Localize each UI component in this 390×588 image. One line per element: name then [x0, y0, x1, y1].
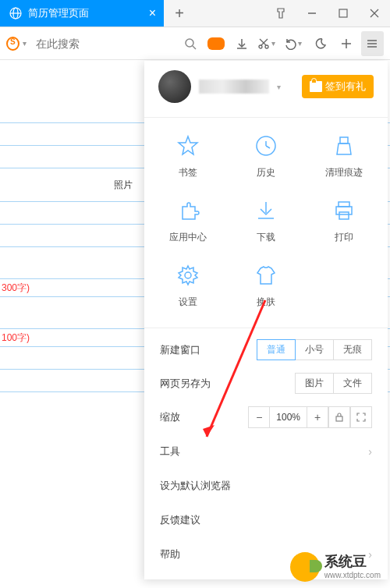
- save-as-label: 网页另存为: [160, 377, 222, 391]
- svg-point-30: [185, 272, 191, 278]
- maximize-button[interactable]: [328, 0, 359, 27]
- zoom-row: 缩放 − 100% +: [144, 400, 388, 434]
- settings-label: 设置: [179, 296, 197, 309]
- skin-label: 换肤: [257, 296, 275, 309]
- history-label: 历史: [257, 166, 275, 179]
- svg-rect-29: [339, 212, 349, 219]
- svg-line-23: [266, 146, 270, 148]
- lock-icon[interactable]: [328, 406, 350, 428]
- zoom-out-button[interactable]: −: [248, 406, 270, 428]
- watermark-url: www.xtdptc.com: [324, 571, 381, 580]
- minimize-button[interactable]: [296, 0, 328, 27]
- checkin-button[interactable]: 签到有礼: [302, 75, 374, 98]
- zoom-value: 100%: [270, 406, 307, 428]
- globe-icon: [9, 7, 22, 19]
- new-window-label: 新建窗口: [160, 343, 222, 357]
- menu-grid: 书签 历史 清理痕迹 应用中心 下载 打印 设置 换肤: [144, 122, 388, 313]
- svg-point-12: [265, 45, 268, 48]
- menu-print[interactable]: 打印: [305, 198, 383, 244]
- search-icon[interactable]: [179, 31, 201, 56]
- feedback-item[interactable]: 反馈建议: [144, 503, 388, 537]
- note-100: 100字): [2, 331, 30, 345]
- download-icon: [254, 198, 278, 223]
- star-icon: [176, 133, 200, 158]
- svg-rect-24: [340, 137, 348, 143]
- chevron-down-icon: ▾: [298, 39, 302, 48]
- photo-label: 照片: [114, 177, 133, 193]
- note-300: 300字): [2, 282, 30, 295]
- appcenter-label: 应用中心: [169, 231, 207, 244]
- zoom-label: 缩放: [160, 410, 222, 424]
- tab-close-button[interactable]: ×: [149, 6, 156, 20]
- clear-label: 清理痕迹: [325, 166, 363, 179]
- zoom-in-button[interactable]: +: [307, 406, 328, 428]
- brush-icon: [332, 133, 356, 158]
- tshirt-icon: [254, 263, 278, 288]
- feedback-label: 反馈建议: [160, 513, 200, 527]
- chevron-down-icon: ▾: [271, 39, 275, 48]
- menu-history[interactable]: 历史: [227, 133, 305, 179]
- menu-download[interactable]: 下载: [227, 198, 305, 244]
- save-as-row: 网页另存为 图片 文件: [144, 367, 388, 400]
- svg-rect-31: [336, 416, 342, 421]
- scissors-icon[interactable]: ▾: [257, 31, 279, 56]
- dropdown-arrow-icon[interactable]: ▾: [23, 39, 27, 48]
- window-controls: [265, 0, 390, 27]
- new-tab-button[interactable]: +: [164, 0, 195, 27]
- download-icon[interactable]: [231, 31, 254, 56]
- watermark-logo: [290, 552, 320, 582]
- print-label: 打印: [335, 231, 353, 244]
- menu-bookmarks[interactable]: 书签: [149, 133, 227, 179]
- chevron-right-icon: ›: [368, 445, 372, 458]
- svg-line-8: [193, 46, 196, 49]
- watermark: 系统豆 www.xtdptc.com: [290, 552, 381, 582]
- window-small-button[interactable]: 小号: [296, 339, 334, 360]
- default-browser-item[interactable]: 设为默认浏览器: [144, 469, 388, 503]
- default-browser-label: 设为默认浏览器: [160, 479, 231, 493]
- clock-icon: [254, 133, 278, 158]
- window-incognito-button[interactable]: 无痕: [334, 339, 372, 360]
- help-label: 帮助: [160, 547, 180, 561]
- window-normal-button[interactable]: 普通: [257, 339, 296, 360]
- user-row[interactable]: ▾ 签到有礼: [144, 61, 388, 112]
- printer-icon: [332, 198, 356, 223]
- download-label: 下载: [257, 231, 275, 244]
- puzzle-icon: [176, 198, 200, 223]
- toolbar: ▾ ▾ ▾: [0, 27, 390, 60]
- tab-bar: 简历管理页面 × +: [0, 0, 390, 27]
- add-icon[interactable]: [335, 31, 357, 56]
- bookmarks-label: 书签: [179, 166, 197, 179]
- brand-icon[interactable]: [6, 37, 20, 51]
- night-mode-icon[interactable]: [309, 31, 332, 56]
- menu-skin[interactable]: 换肤: [227, 263, 305, 309]
- undo-icon[interactable]: ▾: [282, 31, 305, 56]
- save-image-button[interactable]: 图片: [295, 373, 334, 394]
- new-window-row: 新建窗口 普通 小号 无痕: [144, 333, 388, 367]
- svg-marker-20: [179, 136, 197, 154]
- menu-clear[interactable]: 清理痕迹: [305, 133, 383, 179]
- menu-appcenter[interactable]: 应用中心: [149, 198, 227, 244]
- tools-item[interactable]: 工具 ›: [144, 434, 388, 469]
- search-input[interactable]: [33, 37, 176, 50]
- fullscreen-icon[interactable]: [350, 406, 372, 428]
- gear-icon: [176, 263, 200, 288]
- gamepad-icon[interactable]: [204, 31, 227, 56]
- close-window-button[interactable]: [359, 0, 390, 27]
- svg-point-11: [259, 45, 262, 48]
- avatar: [158, 70, 191, 103]
- gift-icon: [310, 81, 322, 92]
- svg-rect-4: [339, 9, 347, 17]
- main-menu-panel: ▾ 签到有礼 书签 历史 清理痕迹 应用中心 下载 打印: [144, 61, 388, 579]
- checkin-label: 签到有礼: [325, 80, 366, 94]
- svg-rect-27: [339, 202, 349, 207]
- watermark-name: 系统豆: [324, 554, 381, 571]
- menu-button[interactable]: [361, 31, 384, 56]
- active-tab[interactable]: 简历管理页面 ×: [0, 0, 164, 27]
- save-file-button[interactable]: 文件: [334, 373, 372, 394]
- extensions-icon[interactable]: [265, 0, 296, 27]
- svg-point-7: [186, 39, 193, 47]
- username: [199, 80, 269, 94]
- chevron-down-icon: ▾: [277, 83, 281, 91]
- tools-label: 工具: [160, 445, 180, 459]
- menu-settings[interactable]: 设置: [149, 263, 227, 309]
